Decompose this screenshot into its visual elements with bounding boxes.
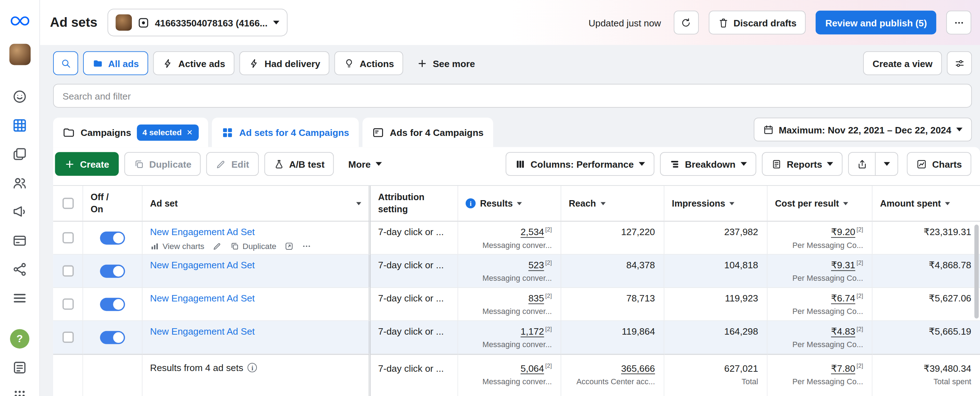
chevron-down-icon <box>741 162 747 166</box>
ad-set-toggle[interactable] <box>100 232 125 245</box>
reports-button[interactable]: Reports <box>762 152 843 176</box>
view-settings-button[interactable] <box>947 51 972 75</box>
search-filter-input[interactable] <box>53 84 972 108</box>
results-value[interactable]: 2,534 <box>521 227 544 237</box>
row-checkbox[interactable] <box>62 265 74 277</box>
review-publish-button[interactable]: Review and publish (5) <box>816 11 937 35</box>
see-more-filters[interactable]: See more <box>408 51 484 75</box>
duplicate-button[interactable]: Duplicate <box>124 152 200 176</box>
duplicate-row-button[interactable]: Duplicate <box>230 241 276 251</box>
sidebar-item-business-settings[interactable] <box>11 260 29 279</box>
export-button[interactable] <box>849 153 876 175</box>
ad-set-toggle[interactable] <box>100 298 125 311</box>
select-all-checkbox[interactable] <box>62 198 74 209</box>
sidebar-item-billing[interactable] <box>11 232 29 250</box>
row-checkbox[interactable] <box>62 232 74 244</box>
column-header-results[interactable]: Results <box>458 186 561 222</box>
sidebar-item-overview[interactable] <box>11 88 29 106</box>
tab-ad-sets[interactable]: Ad sets for 4 Campaigns <box>212 118 358 147</box>
table-row[interactable]: New Engagement Ad Set View charts <box>53 222 980 255</box>
chevron-down-icon <box>273 21 279 25</box>
sidebar-item-audiences[interactable] <box>11 174 29 192</box>
table-row[interactable]: New Engagement Ad Set 7-day click or ...… <box>53 255 980 288</box>
ad-sets-table: Off /On Ad set Attributionsetting Result… <box>53 185 980 396</box>
edit-button[interactable]: Edit <box>206 152 258 176</box>
open-row-button[interactable] <box>285 241 294 251</box>
sidebar-item-ad-settings[interactable] <box>11 203 29 221</box>
info-icon[interactable] <box>466 198 476 208</box>
date-range-picker[interactable]: Maximum: Nov 22, 2021 – Dec 22, 2024 <box>754 118 972 142</box>
results-value[interactable]: 835 <box>528 293 544 303</box>
table-row[interactable]: New Engagement Ad Set 7-day click or ...… <box>53 321 980 354</box>
info-icon[interactable] <box>248 363 257 372</box>
charts-button[interactable]: Charts <box>907 152 972 176</box>
results-total[interactable]: 5,064 <box>521 363 544 374</box>
impressions-value: 164,298 <box>672 325 758 338</box>
sidebar-item-ads-manager[interactable] <box>11 116 29 134</box>
discard-drafts-button[interactable]: Discard drafts <box>708 11 806 35</box>
sort-caret-icon <box>600 202 605 205</box>
results-value[interactable]: 1,172 <box>521 326 544 337</box>
column-header-amount-spent[interactable]: Amount spent <box>872 186 980 222</box>
view-charts-button[interactable]: View charts <box>150 241 205 251</box>
breakdown-button[interactable]: Breakdown <box>660 152 756 176</box>
filter-all-ads[interactable]: All ads <box>83 51 148 75</box>
ab-test-button[interactable]: A/B test <box>264 152 334 176</box>
reach-subtext: Accounts Center acc... <box>569 377 655 387</box>
reach-total[interactable]: 365,666 <box>621 363 655 374</box>
export-split-button <box>848 152 898 176</box>
export-options-button[interactable] <box>875 153 898 175</box>
column-header-attribution[interactable]: Attributionsetting <box>371 186 458 222</box>
report-icon <box>771 159 782 169</box>
column-header-impressions[interactable]: Impressions <box>664 186 767 222</box>
meta-logo-icon[interactable] <box>9 14 30 30</box>
column-header-off-on: Off /On <box>83 186 143 222</box>
filter-actions[interactable]: Actions <box>335 51 403 75</box>
row-more-button[interactable] <box>302 241 311 251</box>
row-checkbox[interactable] <box>62 332 74 343</box>
spent-subtext: Total spent <box>880 377 971 387</box>
row-checkbox[interactable] <box>62 299 74 310</box>
apps-grid-icon[interactable] <box>11 387 29 396</box>
ad-account-selector[interactable]: 416633504078163 (4166... <box>107 9 287 37</box>
business-avatar[interactable] <box>9 44 30 65</box>
cost-per-result-value[interactable]: ₹4.83 <box>831 326 855 337</box>
filter-active-ads[interactable]: Active ads <box>153 51 234 75</box>
tab-campaigns[interactable]: Campaigns 4 selected <box>53 118 208 147</box>
search-button[interactable] <box>53 51 78 75</box>
more-menu-button[interactable]: More <box>340 152 391 176</box>
vertical-scrollbar[interactable] <box>974 225 978 319</box>
sidebar-item-pages[interactable] <box>11 145 29 163</box>
edit-row-button[interactable] <box>212 241 222 251</box>
ad-set-toggle[interactable] <box>100 331 125 344</box>
column-header-ad-set[interactable]: Ad set <box>143 186 371 222</box>
help-button[interactable] <box>10 329 29 348</box>
cost-per-result-value[interactable]: ₹9.31 <box>831 260 855 270</box>
ad-set-link[interactable]: New Engagement Ad Set <box>150 292 361 305</box>
columns-button[interactable]: Columns: Performance <box>506 152 654 176</box>
campaigns-selected-badge[interactable]: 4 selected <box>137 124 199 141</box>
tab-ads[interactable]: Ads for 4 Campaigns <box>363 118 493 147</box>
more-options-button[interactable] <box>946 11 971 35</box>
ad-set-link[interactable]: New Engagement Ad Set <box>150 226 361 238</box>
cost-per-result-value[interactable]: ₹6.74 <box>831 293 855 303</box>
cost-per-result-total[interactable]: ₹7.80 <box>831 363 855 374</box>
cost-subtext: Per Messaging Co... <box>775 240 863 250</box>
feedback-button[interactable] <box>11 359 29 377</box>
ad-set-link[interactable]: New Engagement Ad Set <box>150 259 361 271</box>
refresh-button[interactable] <box>673 11 698 35</box>
ad-set-toggle[interactable] <box>100 265 125 278</box>
create-button[interactable]: Create <box>55 152 118 176</box>
amount-spent-value: ₹23,319.31 <box>880 226 971 238</box>
column-header-reach[interactable]: Reach <box>561 186 664 222</box>
ad-set-link[interactable]: New Engagement Ad Set <box>150 325 361 338</box>
close-icon[interactable] <box>186 129 193 136</box>
results-value[interactable]: 523 <box>528 260 544 270</box>
create-a-view-button[interactable]: Create a view <box>863 51 942 75</box>
table-row[interactable]: New Engagement Ad Set 7-day click or ...… <box>53 288 980 321</box>
sidebar-item-all-tools[interactable] <box>11 289 29 307</box>
column-header-cost-per-result[interactable]: Cost per result <box>768 186 873 222</box>
cost-subtext: Per Messaging Co... <box>775 377 863 387</box>
filter-had-delivery[interactable]: Had delivery <box>239 51 329 75</box>
cost-per-result-value[interactable]: ₹9.20 <box>831 227 855 237</box>
